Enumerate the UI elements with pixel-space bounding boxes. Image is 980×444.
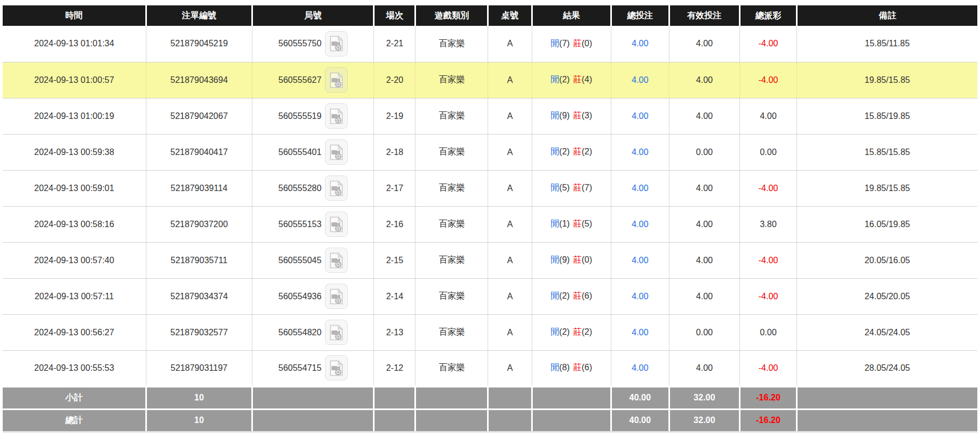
summary-row: 總計 10 40.00 32.00 -16.20: [3, 409, 977, 432]
time-cell: 2024-09-13 01:01:34: [3, 26, 146, 62]
round-cell: 560555627: [252, 62, 374, 98]
table-no-cell: A: [488, 170, 532, 206]
time-cell: 2024-09-13 01:00:19: [3, 98, 146, 134]
result-player: 閒(8): [551, 363, 570, 372]
total-bet-link[interactable]: 4.00: [632, 147, 648, 157]
session-cell: 2-12: [374, 350, 415, 386]
video-replay-button[interactable]: [325, 139, 348, 165]
bet-id-cell: 521879037200: [146, 206, 252, 242]
result-cell: 閒(8)莊(6): [532, 350, 611, 386]
round-number: 560554820: [278, 328, 321, 337]
game-type-cell: 百家樂: [415, 350, 488, 386]
result-cell: 閒(9)莊(3): [532, 98, 611, 134]
total-bet-link[interactable]: 4.00: [632, 256, 648, 265]
column-header-total-bet: 總投注: [611, 5, 669, 26]
banker-score: (2): [582, 327, 593, 336]
banker-score: (5): [582, 219, 593, 228]
result-banker: 莊(2): [573, 147, 593, 156]
payout-cell: 0.00: [739, 314, 797, 350]
total-bet-link[interactable]: 4.00: [632, 184, 648, 193]
time-cell: 2024-09-13 01:00:57: [3, 62, 146, 98]
video-replay-button[interactable]: [325, 355, 348, 380]
player-label: 閒: [551, 147, 559, 156]
total-bet-cell: 4.00: [611, 62, 669, 98]
time-cell: 2024-09-13 00:56:27: [3, 314, 146, 350]
result-banker: 莊(6): [573, 363, 593, 372]
table-row[interactable]: 2024-09-13 00:59:01 521879039114 5605552…: [3, 170, 977, 206]
player-score: (2): [559, 147, 570, 156]
video-replay-button[interactable]: [325, 212, 348, 237]
banker-label: 莊: [573, 219, 582, 228]
table-row[interactable]: 2024-09-13 00:55:53 521879031197 5605547…: [3, 350, 977, 386]
column-header-game-type: 遊戲類別: [415, 5, 488, 26]
player-score: (5): [559, 183, 570, 192]
total-bet-cell: 4.00: [611, 98, 669, 134]
summary-count-cell: 10: [146, 386, 252, 409]
summary-remark-cell: [797, 386, 977, 409]
round-number: 560554936: [278, 292, 321, 301]
video-replay-button[interactable]: [325, 284, 348, 309]
table-row[interactable]: 2024-09-13 01:00:19 521879042067 5605555…: [3, 98, 977, 134]
remark-cell: 16.05/19.85: [797, 206, 977, 242]
table-row[interactable]: 2024-09-13 00:58:16 521879037200 5605551…: [3, 206, 977, 242]
payout-cell: -4.00: [739, 170, 797, 206]
result-banker: 莊(2): [573, 327, 593, 336]
round-number: 560555750: [278, 39, 321, 48]
time-cell: 2024-09-13 00:57:11: [3, 278, 146, 314]
total-bet-link[interactable]: 4.00: [632, 111, 648, 121]
result-banker: 莊(5): [573, 219, 593, 228]
summary-total-bet-cell: 40.00: [611, 386, 669, 409]
banker-label: 莊: [573, 111, 582, 120]
total-bet-link[interactable]: 4.00: [632, 292, 648, 301]
session-cell: 2-13: [374, 314, 415, 350]
remark-cell: 24.05/20.05: [797, 278, 977, 314]
video-replay-button[interactable]: [325, 320, 348, 345]
round-number: 560555280: [278, 184, 321, 193]
player-label: 閒: [551, 111, 559, 120]
player-label: 閒: [551, 255, 559, 264]
bet-id-cell: 521879042067: [146, 98, 252, 134]
player-score: (2): [559, 75, 570, 84]
bet-records-table: 時間 注單編號 局號 場次 遊戲類別 桌號 結果 總投注 有效投注 總派彩 備註…: [3, 5, 977, 433]
total-bet-cell: 4.00: [611, 242, 669, 278]
bet-id-cell: 521879031197: [146, 350, 252, 386]
total-bet-link[interactable]: 4.00: [632, 328, 648, 337]
result-cell: 閒(1)莊(5): [532, 206, 611, 242]
video-replay-icon: [329, 288, 343, 305]
table-row[interactable]: 2024-09-13 01:00:57 521879043694 5605556…: [3, 62, 977, 98]
video-replay-button[interactable]: [325, 175, 348, 201]
round-content: 560555401: [255, 139, 371, 165]
round-content: 560555519: [255, 103, 371, 129]
player-score: (2): [559, 327, 570, 336]
banker-label: 莊: [573, 327, 582, 336]
round-content: 560554936: [255, 284, 371, 309]
remark-cell: 19.85/15.85: [797, 62, 977, 98]
column-header-time: 時間: [3, 5, 146, 26]
payout-cell: -4.00: [739, 62, 797, 98]
column-header-bet-id: 注單編號: [146, 5, 252, 26]
payout-cell: -4.00: [739, 278, 797, 314]
table-row[interactable]: 2024-09-13 00:59:38 521879040417 5605554…: [3, 134, 977, 170]
total-bet-link[interactable]: 4.00: [632, 75, 648, 84]
game-type-cell: 百家樂: [415, 242, 488, 278]
footer-payout-cell: -16.20: [739, 386, 797, 409]
session-cell: 2-17: [374, 170, 415, 206]
total-bet-link[interactable]: 4.00: [632, 220, 648, 229]
table-no-cell: A: [488, 278, 532, 314]
table-row[interactable]: 2024-09-13 00:57:40 521879035711 5605550…: [3, 242, 977, 278]
banker-score: (6): [582, 291, 593, 300]
video-replay-button[interactable]: [325, 248, 348, 273]
time-cell: 2024-09-13 00:55:53: [3, 350, 146, 386]
table-row[interactable]: 2024-09-13 01:01:34 521879045219 5605557…: [3, 26, 977, 62]
video-replay-button[interactable]: [325, 31, 348, 57]
video-replay-button[interactable]: [325, 67, 348, 93]
total-bet-link[interactable]: 4.00: [632, 363, 648, 372]
total-bet-link[interactable]: 4.00: [632, 39, 648, 48]
table-row[interactable]: 2024-09-13 00:56:27 521879032577 5605548…: [3, 314, 977, 350]
table-row[interactable]: 2024-09-13 00:57:11 521879034374 5605549…: [3, 278, 977, 314]
video-replay-button[interactable]: [325, 103, 348, 129]
remark-cell: 15.85/11.85: [797, 26, 977, 62]
video-replay-icon: [329, 252, 343, 269]
bet-id-cell: 521879040417: [146, 134, 252, 170]
banker-score: (4): [582, 75, 593, 84]
